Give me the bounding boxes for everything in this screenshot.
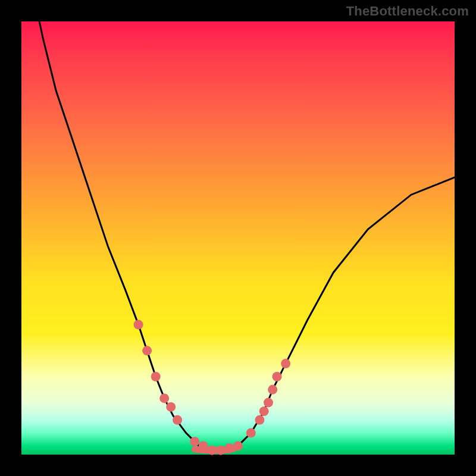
highlight-dot: [224, 443, 234, 453]
highlight-dot: [273, 372, 282, 381]
highlight-dot: [142, 346, 152, 355]
highlight-dot: [264, 398, 273, 408]
highlight-dot: [207, 446, 217, 455]
highlight-dot: [199, 441, 208, 450]
curve-layer: [21, 21, 455, 455]
bottleneck-curve: [30, 0, 455, 450]
highlight-dot: [216, 446, 226, 455]
highlight-dot: [268, 385, 277, 394]
highlight-dot: [281, 359, 290, 368]
highlight-dot: [159, 393, 169, 403]
highlight-dot: [190, 437, 199, 446]
watermark-text: TheBottleneck.com: [346, 4, 469, 19]
highlight-dot: [166, 402, 176, 412]
highlight-dot: [255, 415, 264, 425]
plot-area: [21, 21, 455, 455]
highlight-dot: [233, 441, 243, 450]
highlight-dot: [259, 406, 269, 416]
highlight-dot: [134, 320, 143, 330]
chart-frame: TheBottleneck.com: [0, 0, 476, 476]
highlight-dot: [151, 372, 161, 381]
highlight-dot: [173, 415, 182, 425]
highlight-dots: [134, 320, 291, 455]
highlight-dot: [246, 428, 256, 438]
